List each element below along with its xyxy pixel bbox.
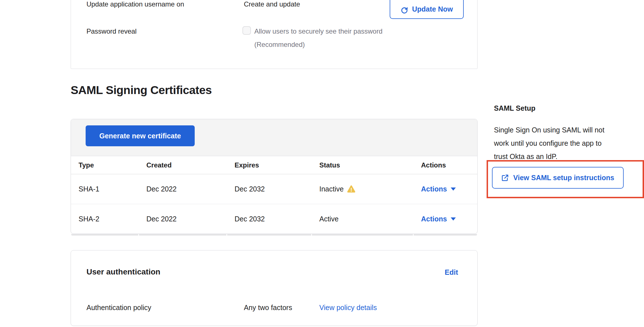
table-bottom-shadow — [71, 234, 477, 236]
description-line: Single Sign On using SAML will not — [494, 123, 604, 137]
cell-status: Inactive — [312, 185, 413, 193]
generate-new-certificate-button[interactable]: Generate new certificate — [86, 125, 195, 146]
column-header-status: Status — [312, 161, 413, 169]
caret-down-icon — [451, 217, 456, 221]
view-policy-details-link[interactable]: View policy details — [319, 304, 377, 312]
authentication-policy-label: Authentication policy — [86, 304, 151, 312]
update-now-label: Update Now — [412, 5, 453, 13]
actions-dropdown-sha2[interactable]: Actions — [421, 215, 477, 223]
cell-expires: Dec 2032 — [227, 215, 312, 223]
cell-created: Dec 2022 — [139, 185, 227, 193]
refresh-icon — [400, 6, 408, 14]
app-settings-card: Update application username on Create an… — [71, 0, 478, 69]
view-saml-setup-instructions-button[interactable]: View SAML setup instructions — [492, 167, 624, 189]
saml-setup-description: Single Sign On using SAML will not work … — [494, 123, 604, 163]
password-reveal-label: Password reveal — [86, 27, 136, 35]
username-update-value: Create and update — [244, 0, 300, 8]
table-row-sha2: SHA-2 Dec 2022 Dec 2032 Active Actions — [71, 204, 477, 234]
saml-instructions-label: View SAML setup instructions — [513, 174, 614, 182]
cell-expires: Dec 2032 — [227, 185, 312, 193]
saml-certificates-panel: Generate new certificate Type Created Ex… — [71, 119, 478, 234]
cell-created: Dec 2022 — [139, 215, 227, 223]
edit-link[interactable]: Edit — [445, 268, 458, 276]
password-reveal-description-line1: Allow users to securely see their passwo… — [254, 27, 383, 35]
password-reveal-description-line2: (Recommended) — [254, 41, 305, 49]
cell-status: Active — [312, 215, 413, 223]
page-title: SAML Signing Certificates — [71, 84, 212, 97]
column-header-created: Created — [139, 161, 227, 169]
caret-down-icon — [451, 188, 456, 191]
description-line: work until you configure the app to — [494, 137, 604, 150]
certificates-toolbar: Generate new certificate — [71, 119, 477, 156]
update-now-button[interactable]: Update Now — [390, 0, 464, 19]
actions-label: Actions — [421, 185, 447, 193]
actions-dropdown-sha1[interactable]: Actions — [421, 185, 477, 193]
column-header-expires: Expires — [227, 161, 312, 169]
table-row-sha1: SHA-1 Dec 2022 Dec 2032 Inactive Actions — [71, 174, 477, 204]
username-update-label: Update application username on — [86, 0, 184, 8]
user-authentication-card: User authentication Edit Authentication … — [71, 250, 478, 326]
annotation-highlight-box: View SAML setup instructions — [487, 160, 644, 198]
user-authentication-title: User authentication — [86, 267, 160, 276]
password-reveal-checkbox[interactable] — [242, 26, 251, 35]
cell-type: SHA-2 — [71, 215, 139, 223]
cell-type: SHA-1 — [71, 185, 139, 193]
status-text: Active — [319, 215, 339, 223]
warning-icon — [347, 185, 355, 193]
certificates-table-header: Type Created Expires Status Actions — [71, 156, 477, 174]
external-link-icon — [501, 174, 509, 182]
column-header-type: Type — [71, 161, 139, 169]
saml-setup-title: SAML Setup — [494, 104, 535, 112]
status-text: Inactive — [319, 185, 344, 193]
actions-label: Actions — [421, 215, 447, 223]
authentication-policy-value: Any two factors — [244, 304, 292, 312]
column-header-actions: Actions — [413, 161, 477, 169]
